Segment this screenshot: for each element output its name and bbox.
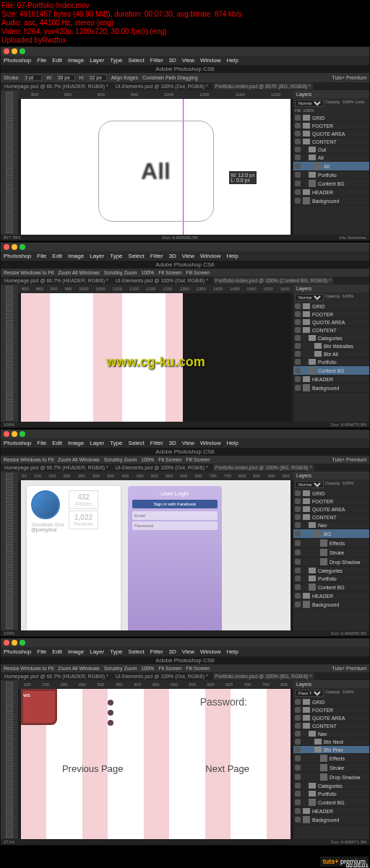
maximize-icon[interactable] <box>20 244 25 250</box>
visibility-icon[interactable] <box>295 139 301 144</box>
visibility-icon[interactable] <box>295 808 301 814</box>
tool-button[interactable] <box>6 106 13 113</box>
visibility-icon[interactable] <box>295 351 301 357</box>
tool-button[interactable] <box>6 156 13 162</box>
document-tab[interactable]: Portfolio-Index.psd @ 100% (BG, RGB/8) * <box>213 464 314 471</box>
layer-row[interactable]: Background <box>293 600 369 609</box>
menu-window[interactable]: Window <box>200 253 220 259</box>
tool-button[interactable] <box>6 286 13 292</box>
layer-row[interactable]: Stroke <box>293 763 369 773</box>
menu-layer[interactable]: Layer <box>90 253 104 259</box>
tool-button[interactable] <box>6 512 13 519</box>
visibility-icon[interactable] <box>295 359 301 365</box>
tool-button[interactable] <box>6 591 13 598</box>
menu-photoshop[interactable]: Photoshop <box>4 440 31 446</box>
visibility-icon[interactable] <box>295 343 301 349</box>
layer-row[interactable]: All <box>293 154 369 162</box>
tool-button[interactable] <box>6 381 13 386</box>
rounded-rect-shape[interactable]: All W: 12.0 pxL: 0.0 px <box>98 121 214 222</box>
menu-edit[interactable]: Edit <box>52 648 62 655</box>
tool-button[interactable] <box>6 721 13 728</box>
visibility-icon[interactable] <box>295 531 301 537</box>
menu-file[interactable]: File <box>37 648 46 655</box>
layer-row[interactable]: FOOTER <box>293 122 369 130</box>
tool-button[interactable] <box>6 149 13 155</box>
layer-row[interactable]: Portfolio <box>293 358 369 366</box>
tool-button[interactable] <box>6 353 13 359</box>
layer-row[interactable]: Content BG <box>293 583 369 592</box>
document-tab[interactable]: UI-Elements.psd @ 100% (Out, RGB/8) * <box>113 464 210 471</box>
tool-button[interactable] <box>6 567 13 574</box>
tool-button[interactable] <box>6 768 13 775</box>
menu-view[interactable]: View <box>182 440 194 446</box>
tool-button[interactable] <box>6 551 13 558</box>
document-tab[interactable]: Portfolio-Index.psd @ 100% (BG, RGB/8) * <box>213 673 314 680</box>
visibility-icon[interactable] <box>295 755 301 761</box>
visibility-icon[interactable] <box>295 774 301 780</box>
visibility-icon[interactable] <box>295 198 301 204</box>
zoom-all-checkbox[interactable]: Zoom All Windows <box>58 270 100 275</box>
visibility-icon[interactable] <box>295 791 301 797</box>
resize-checkbox[interactable]: Resize Windows to Fit <box>4 270 53 275</box>
menu-filter[interactable]: Filter <box>150 440 163 446</box>
menu-photoshop[interactable]: Photoshop <box>4 253 31 259</box>
layer-row[interactable]: QUOTE AREA <box>293 714 369 722</box>
tool-button[interactable] <box>6 823 13 830</box>
document-tab[interactable]: Homepage.psd @ 66.7% (HEADER, RGB/8) * <box>2 673 111 680</box>
tool-button[interactable] <box>6 536 13 543</box>
tool-button[interactable] <box>6 113 13 120</box>
menu-filter[interactable]: Filter <box>150 648 163 655</box>
tool-button[interactable] <box>6 373 13 379</box>
document-tab[interactable]: UI-Elements.psd @ 100% (Out, RGB/8) * <box>113 673 210 680</box>
tool-button[interactable] <box>6 415 13 420</box>
visibility-icon[interactable] <box>295 799 301 805</box>
w-input[interactable] <box>57 74 75 81</box>
visibility-icon[interactable] <box>295 602 301 607</box>
tool-button[interactable] <box>6 184 13 191</box>
stroke-input[interactable] <box>24 74 42 81</box>
tool-button[interactable] <box>6 347 13 352</box>
tool-button[interactable] <box>6 799 13 807</box>
layer-row[interactable]: Btn Next <box>293 738 369 746</box>
menu-select[interactable]: Select <box>129 253 145 259</box>
menu-view[interactable]: View <box>182 57 194 64</box>
layer-row[interactable]: Nav <box>293 521 369 529</box>
menu-filter[interactable]: Filter <box>150 253 163 259</box>
layer-row[interactable]: Categories <box>293 334 369 342</box>
tool-button[interactable] <box>6 599 13 606</box>
visibility-icon[interactable] <box>295 747 301 752</box>
canvas[interactable]: 5010015020025030035040045050055060065070… <box>18 472 293 630</box>
layer-row[interactable]: HEADER <box>293 188 369 196</box>
tool-button[interactable] <box>6 614 13 621</box>
menu-type[interactable]: Type <box>110 648 122 655</box>
minimize-icon[interactable] <box>12 431 17 437</box>
tool-button[interactable] <box>6 791 13 799</box>
visibility-icon[interactable] <box>295 593 301 599</box>
blend-mode-select[interactable]: Normal <box>295 100 324 107</box>
zoom-100-button[interactable]: 100% <box>141 270 154 275</box>
tool-button[interactable] <box>6 220 13 226</box>
canvas[interactable]: 8008509009501000105011001150 All W: 12.0… <box>18 90 293 235</box>
visibility-icon[interactable] <box>295 739 301 745</box>
menu-3d[interactable]: 3D <box>169 57 176 64</box>
visibility-icon[interactable] <box>295 765 301 771</box>
visibility-icon[interactable] <box>295 723 301 729</box>
menu-select[interactable]: Select <box>129 57 145 64</box>
menu-window[interactable]: Window <box>200 57 220 64</box>
layer-row[interactable]: Background <box>293 383 369 393</box>
tool-button[interactable] <box>6 191 13 198</box>
visibility-icon[interactable] <box>295 514 301 520</box>
tool-button[interactable] <box>6 473 13 480</box>
visibility-icon[interactable] <box>295 335 301 341</box>
tool-button[interactable] <box>6 306 13 312</box>
visibility-icon[interactable] <box>295 123 301 129</box>
tool-button[interactable] <box>6 682 13 689</box>
tool-button[interactable] <box>6 142 13 148</box>
layer-row[interactable]: Drop Shadow <box>293 773 369 782</box>
visibility-icon[interactable] <box>295 584 301 590</box>
document-tab[interactable]: Portfolio-Index.psd @ 857K (BG, RGB/8) * <box>213 83 313 90</box>
tool-button[interactable] <box>6 134 13 141</box>
maximize-icon[interactable] <box>20 48 25 54</box>
visibility-icon[interactable] <box>295 498 301 504</box>
blend-mode-select[interactable]: Pass Through <box>295 690 324 697</box>
